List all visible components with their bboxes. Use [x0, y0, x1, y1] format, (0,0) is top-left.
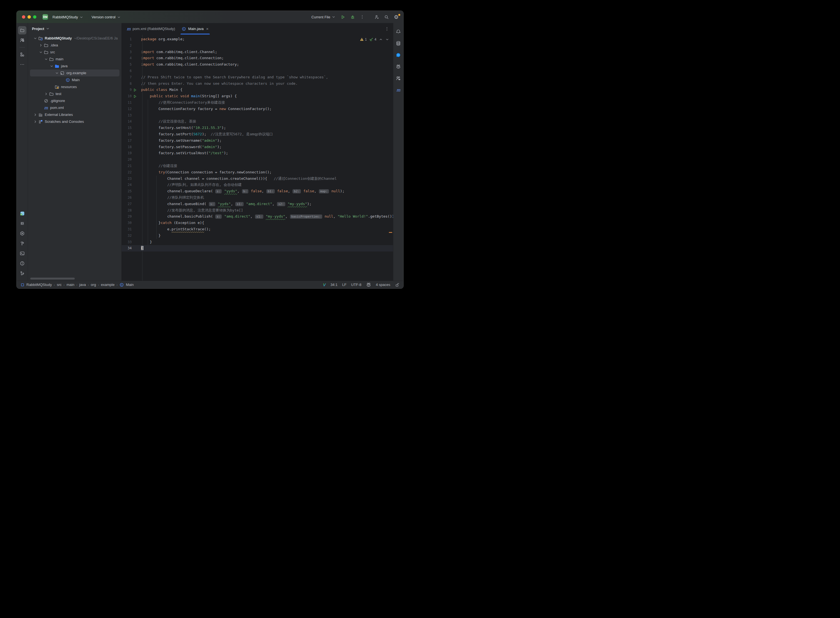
code-line-9[interactable]: 9public class Main { — [122, 87, 393, 93]
chevron-down-icon[interactable] — [49, 64, 54, 68]
line-number[interactable]: 24 — [122, 182, 132, 188]
line-number[interactable]: 15 — [122, 125, 132, 131]
line-number[interactable]: 21 — [122, 163, 132, 169]
notifications-button[interactable] — [394, 28, 402, 36]
line-number[interactable]: 27 — [122, 201, 132, 207]
code-line-21[interactable]: 21 //创建连接 — [122, 163, 393, 169]
project-menu[interactable]: RabbitMQStudy — [50, 14, 86, 20]
prev-problem-button[interactable] — [379, 37, 383, 42]
tab-options-button[interactable] — [381, 23, 393, 34]
code-line-20[interactable]: 20 — [122, 156, 393, 163]
code-line-33[interactable]: 33 } — [122, 239, 393, 245]
code-line-32[interactable]: 32 } — [122, 233, 393, 239]
minimize-window-button[interactable] — [28, 15, 31, 19]
line-number[interactable]: 4 — [122, 55, 132, 61]
code-line-25[interactable]: 25 channel.queueDeclare( s: "yyds", b: f… — [122, 188, 393, 195]
line-number[interactable]: 12 — [122, 106, 132, 112]
database-tool-button[interactable] — [394, 39, 402, 48]
code-line-27[interactable]: 27 channel.queueBind( s: "yyds", s1: "am… — [122, 201, 393, 207]
close-tab-icon[interactable]: × — [206, 27, 209, 31]
next-problem-button[interactable] — [385, 37, 389, 42]
line-number[interactable]: 31 — [122, 226, 132, 233]
line-number[interactable]: 3 — [122, 49, 132, 55]
line-number[interactable]: 8 — [122, 80, 132, 87]
tree-item-rabbitmqstudy[interactable]: RabbitMQStudy~/Desktop/CS/JavaEE/6 Ja — [30, 35, 119, 42]
caret-position[interactable]: 34:1 — [331, 282, 337, 287]
indent-setting[interactable]: 4 spaces — [376, 282, 390, 287]
code-with-me-button[interactable] — [394, 74, 402, 83]
tree-item-src[interactable]: src — [30, 49, 119, 56]
code-line-4[interactable]: 4import com.rabbitmq.client.Connection; — [122, 55, 393, 61]
tree-item-external-libraries[interactable]: External Libraries — [30, 111, 119, 118]
project-panel-title[interactable]: Project — [32, 27, 44, 31]
tree-item-java[interactable]: java — [30, 62, 119, 70]
code-line-3[interactable]: 3import com.rabbitmq.client.Channel; — [122, 49, 393, 55]
breadcrumb-item[interactable]: java — [79, 282, 86, 287]
add-user-button[interactable] — [373, 13, 381, 21]
code-editor[interactable]: 1 4 1package org.example;23import com.ra… — [122, 35, 393, 281]
rabbit-icon[interactable] — [366, 282, 371, 287]
breadcrumb-item[interactable]: RabbitMQStudy — [27, 282, 52, 287]
line-number[interactable]: 17 — [122, 138, 132, 144]
community-help-button[interactable]: ? — [18, 36, 27, 45]
problems-tool-button[interactable] — [18, 259, 27, 267]
code-line-17[interactable]: 17 factory.setUsername("admin"); — [122, 138, 393, 144]
run-line-icon[interactable] — [132, 87, 138, 93]
chevron-right-icon[interactable] — [38, 43, 43, 47]
chevron-down-icon[interactable] — [46, 27, 50, 31]
line-number[interactable]: 20 — [122, 156, 132, 163]
chevron-down-icon[interactable] — [55, 71, 59, 75]
version-control-tool-button[interactable] — [18, 269, 27, 278]
encoding[interactable]: UTF-8 — [351, 282, 361, 287]
chevron-down-icon[interactable] — [44, 57, 49, 61]
tree-item-main[interactable]: main — [30, 56, 119, 62]
code-line-6[interactable]: 6 — [122, 68, 393, 74]
line-number[interactable]: 9 — [122, 87, 132, 93]
line-number[interactable]: 10 — [122, 93, 132, 100]
line-ending[interactable]: LF — [342, 282, 346, 287]
code-line-18[interactable]: 18 factory.setPassword("admin"); — [122, 144, 393, 150]
code-line-12[interactable]: 12 ConnectionFactory factory = new Conne… — [122, 106, 393, 112]
line-number[interactable]: 26 — [122, 195, 132, 201]
tree-item-pom-xml[interactable]: mpom.xml — [30, 104, 119, 111]
line-number[interactable]: 14 — [122, 118, 132, 125]
vim-plugin-icon[interactable]: V — [323, 282, 326, 287]
code-line-7[interactable]: 7// Press Shift twice to open the Search… — [122, 74, 393, 80]
line-number[interactable]: 16 — [122, 131, 132, 138]
line-number[interactable]: 34 — [122, 245, 132, 251]
line-number[interactable]: 7 — [122, 74, 132, 80]
code-line-24[interactable]: 24 //声明队列, 如果此队列不存在, 会自动创建 — [122, 182, 393, 188]
more-tool-windows-button[interactable] — [18, 60, 27, 68]
ai-assistant-button[interactable] — [394, 51, 402, 59]
search-everywhere-button[interactable] — [382, 13, 391, 21]
structure-tool-button[interactable] — [18, 50, 27, 59]
line-number[interactable]: 11 — [122, 100, 132, 106]
run-configuration-selector[interactable]: Current File — [309, 14, 337, 20]
code-line-29[interactable]: 29 channel.basicPublish( s: "amq.direct"… — [122, 213, 393, 220]
breadcrumb-item[interactable]: main — [67, 282, 74, 287]
tree-item-main[interactable]: CMain — [30, 76, 119, 83]
breadcrumb-item[interactable]: example — [101, 282, 114, 287]
code-line-1[interactable]: 1package org.example; — [122, 36, 393, 43]
project-tool-button[interactable] — [18, 26, 27, 34]
chevron-right-icon[interactable] — [44, 92, 49, 96]
code-line-13[interactable]: 13 — [122, 112, 393, 119]
run-line-icon[interactable] — [132, 93, 138, 100]
run-button[interactable] — [338, 13, 347, 21]
line-number[interactable]: 25 — [122, 188, 132, 195]
code-line-2[interactable]: 2 — [122, 43, 393, 49]
breadcrumb-item[interactable]: org — [91, 282, 96, 287]
line-number[interactable]: 1 — [122, 36, 132, 43]
code-line-8[interactable]: 8// then press Enter. You can now see wh… — [122, 80, 393, 87]
code-line-5[interactable]: 5import com.rabbitmq.client.ConnectionFa… — [122, 61, 393, 68]
build-tool-button[interactable] — [18, 239, 27, 248]
scrollbar-warning-mark[interactable] — [389, 232, 392, 233]
line-number[interactable]: 22 — [122, 169, 132, 175]
line-number[interactable]: 2 — [122, 43, 132, 49]
tree-item-test[interactable]: test — [30, 90, 119, 97]
brackets-tool-button[interactable] — [18, 219, 27, 227]
services-tool-button[interactable] — [18, 229, 27, 238]
code-line-23[interactable]: 23 Channel channel = connection.createCh… — [122, 175, 393, 182]
code-line-10[interactable]: 10 public static void main(String[] args… — [122, 93, 393, 100]
settings-button[interactable]: ⚙ — [392, 13, 401, 21]
